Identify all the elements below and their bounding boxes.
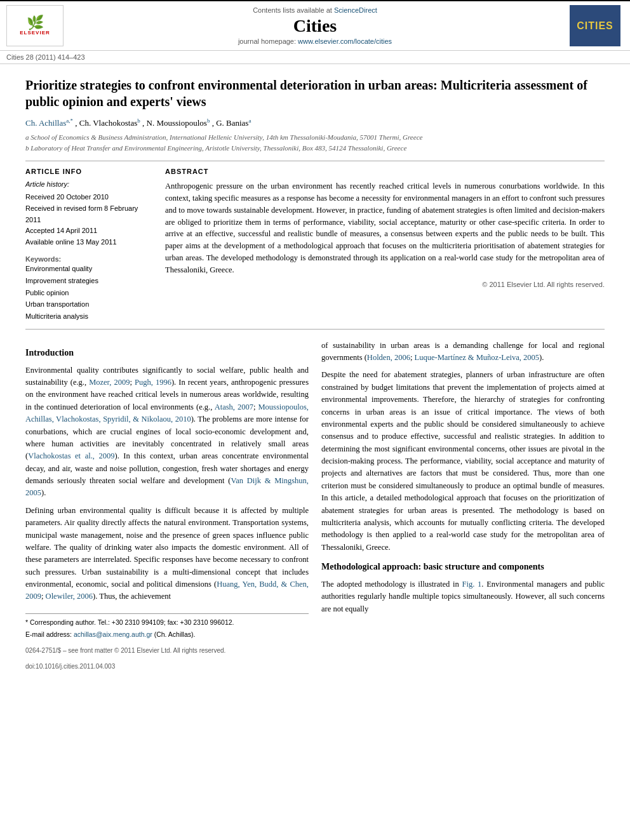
email-suffix: (Ch. Achillas). (154, 630, 196, 638)
author4-sup: a (248, 117, 251, 124)
author1-sup: a,* (66, 117, 73, 124)
header-center: Contents lists available at ScienceDirec… (70, 5, 560, 46)
keyword-4: Urban transportation (25, 298, 152, 310)
footnote-corresponding: * Corresponding author. Tel.: +30 2310 9… (25, 618, 309, 628)
citation-text: Cities 28 (2011) 414–423 (6, 53, 85, 61)
right-para3: The adopted methodology is illustrated i… (321, 578, 605, 615)
divider-2 (25, 329, 605, 330)
author2: , Ch. Vlachokostas (75, 118, 137, 128)
history-label: Article history: (25, 180, 152, 188)
ref-luque[interactable]: Luque-Martínez & Muñoz-Leiva, 2005 (415, 353, 539, 362)
affiliations: a School of Economics & Business Adminis… (25, 132, 605, 153)
footnote-email: E-mail address: achillas@aix.meng.auth.g… (25, 630, 309, 640)
keyword-3: Public opinion (25, 287, 152, 299)
keywords-section: Keywords: Environmental quality Improvem… (25, 255, 152, 322)
ref-holden[interactable]: Holden, 2006 (367, 353, 410, 362)
author3: , N. Moussiopoulos (142, 118, 207, 128)
accepted-date: Accepted 14 April 2011 (25, 225, 152, 237)
homepage-url[interactable]: www.elsevier.com/locate/cities (298, 37, 392, 45)
article-title: Prioritize strategies to confront enviro… (25, 77, 605, 110)
author3-sup: b (207, 117, 210, 124)
available-date: Available online 13 May 2011 (25, 237, 152, 248)
main-content: Prioritize strategies to confront enviro… (0, 64, 630, 684)
email-address[interactable]: achillas@aix.meng.auth.gr (74, 630, 152, 638)
intro-para1: Environmental quality contributes signif… (25, 364, 309, 500)
intro-para2: Defining urban environmental quality is … (25, 505, 309, 603)
contents-line: Contents lists available at ScienceDirec… (253, 6, 377, 14)
footer-doi[interactable]: doi:10.1016/j.cities.2011.04.003 (25, 662, 309, 671)
sciencedirect-link[interactable]: ScienceDirect (334, 6, 377, 14)
affil-a: a School of Economics & Business Adminis… (25, 132, 605, 143)
abstract-col: ABSTRACT Anthropogenic pressure on the u… (165, 168, 605, 322)
keyword-5: Multicriteria analysis (25, 310, 152, 323)
received-revised-date: Received in revised form 8 February 2011 (25, 203, 152, 225)
ref-atash[interactable]: Atash, 2007 (215, 403, 253, 411)
introduction-title: Introduction (25, 346, 309, 359)
ref-mozer[interactable]: Mozer, 2009 (89, 378, 130, 387)
received-date: Received 20 October 2010 (25, 192, 152, 203)
article-history: Article history: Received 20 October 201… (25, 180, 152, 248)
ref-moussiopoulos[interactable]: Moussiopoulos, Achillas, Vlachokostas, S… (25, 403, 309, 423)
elsevier-icon: 🌿 (27, 16, 44, 30)
cities-logo-text: CITIES (577, 20, 613, 32)
copyright-line: © 2011 Elsevier Ltd. All rights reserved… (165, 281, 605, 288)
author1[interactable]: Ch. Achillas (25, 118, 66, 128)
body-right-col: of sustainability in urban areas is a de… (321, 340, 605, 672)
abstract-heading: ABSTRACT (165, 168, 605, 175)
right-para2: Despite the need for abatement strategie… (321, 369, 605, 554)
footer-issn: 0264-2751/$ – see front matter © 2011 El… (25, 646, 309, 655)
journal-header: 🌿 ELSEVIER Contents lists available at S… (0, 0, 630, 51)
page: 🌿 ELSEVIER Contents lists available at S… (0, 0, 630, 840)
cities-logo-box: CITIES (570, 5, 620, 46)
keywords-label: Keywords: (25, 255, 152, 263)
journal-url: journal homepage: www.elsevier.com/locat… (238, 37, 392, 45)
ref-pugh[interactable]: Pugh, 1996 (135, 378, 171, 387)
methodology-title: Methodological approach: basic structure… (321, 560, 605, 573)
article-info-heading: ARTICLE INFO (25, 168, 152, 175)
cities-logo-container: CITIES (566, 5, 624, 46)
author4: , G. Banias (212, 118, 249, 128)
affil-b: b Laboratory of Heat Transfer and Enviro… (25, 143, 605, 154)
ref-vlachokostas[interactable]: Vlachokostas et al., 2009 (28, 451, 114, 460)
authors-line: Ch. Achillasa,* , Ch. Vlachokostasb , N.… (25, 117, 605, 128)
citation-line: Cities 28 (2011) 414–423 (0, 51, 630, 64)
elsevier-logo: 🌿 ELSEVIER (6, 5, 64, 46)
author2-sup: b (137, 117, 140, 124)
divider-1 (25, 161, 605, 161)
ref-olewiler[interactable]: Olewiler, 2006 (46, 592, 93, 601)
ref-vandijk[interactable]: Van Dijk & Mingshun, 2005 (25, 476, 309, 497)
keyword-1: Environmental quality (25, 263, 152, 275)
ref-fig1[interactable]: Fig. 1 (462, 580, 482, 589)
email-label: E-mail address: (25, 630, 72, 638)
right-para1: of sustainability in urban areas is a de… (321, 340, 605, 364)
contents-text: Contents lists available at (253, 6, 332, 14)
article-info-col: ARTICLE INFO Article history: Received 2… (25, 168, 152, 322)
info-abstract-section: ARTICLE INFO Article history: Received 2… (25, 168, 605, 322)
journal-name: Cities (293, 15, 337, 37)
elsevier-wordmark: ELSEVIER (20, 30, 50, 36)
abstract-text: Anthropogenic pressure on the urban envi… (165, 180, 605, 276)
keyword-2: Improvement strategies (25, 275, 152, 287)
body-left-col: Introduction Environmental quality contr… (25, 340, 309, 672)
footnote-area: * Corresponding author. Tel.: +30 2310 9… (25, 613, 309, 672)
body-two-col: Introduction Environmental quality contr… (25, 340, 605, 672)
homepage-label: journal homepage: (238, 37, 298, 45)
